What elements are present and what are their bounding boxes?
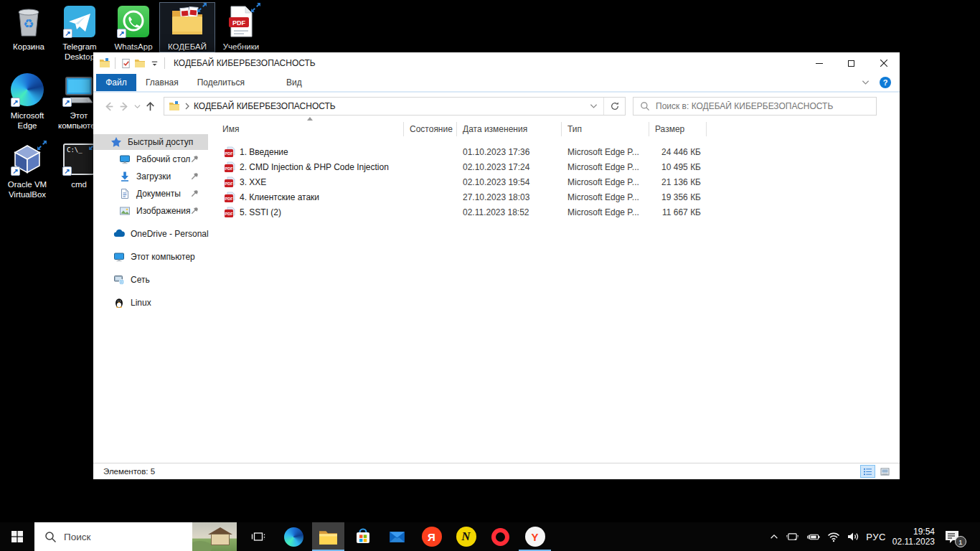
title-bar[interactable]: КОДЕБАЙ КИБЕРБЕЗОПАСНОСТЬ [93,52,900,74]
maximize-button[interactable] [835,52,867,74]
up-button[interactable] [142,98,158,115]
taskbar-search-input[interactable] [64,532,164,542]
recycle-bin-icon: ♻ [11,4,46,39]
column-header-status[interactable]: Состояние [404,122,457,136]
shortcut-arrow-icon: ↗ [62,98,72,107]
desktop-icon-label: Oracle VM VirtualBox [0,179,55,199]
taskbar-opera-button[interactable] [484,522,517,551]
pin-icon[interactable] [190,206,199,215]
tray-display-connect-icon[interactable] [786,532,799,542]
address-bar[interactable]: КОДЕБАЙ КИБЕРБЕЗОПАСНОСТЬ [164,97,626,116]
navigation-pane: Быстрый доступ Рабочий стол Загрузки [93,120,208,463]
file-row[interactable]: PDF 4. Клиентские атаки 27.10.2023 18:03… [208,189,900,204]
sidebar-item-pictures[interactable]: Изображения [93,203,208,219]
pin-icon[interactable] [190,154,199,164]
taskbar-yandex-button[interactable]: Я [415,522,448,551]
sort-ascending-icon [307,117,313,121]
file-name: 2. CMD Injection & PHP Code Injection [240,162,389,172]
tab-view[interactable]: Вид [277,74,311,91]
explorer-search-box[interactable] [633,97,877,116]
column-header-date-modified[interactable]: Дата изменения [457,122,562,136]
desktop-icon-kodebay-folder[interactable]: КОДЕБАЙ [160,3,215,52]
sidebar-item-downloads[interactable]: Загрузки [93,169,208,184]
taskbar-edge-button[interactable] [278,522,310,551]
network-icon [113,274,125,286]
taskbar-mail-button[interactable] [381,522,413,551]
breadcrumb-chevron-icon [185,103,189,110]
svg-text:♻: ♻ [23,17,34,31]
sidebar-item-linux[interactable]: Linux [93,295,208,311]
forward-button[interactable] [116,98,132,115]
details-view-button[interactable] [860,465,875,478]
file-type: Microsoft Edge P... [562,162,649,172]
desktop-icon-virtualbox[interactable]: ↗ Oracle VM VirtualBox [0,141,55,199]
file-row[interactable]: PDF 3. XXE 02.10.2023 19:54 Microsoft Ed… [208,174,900,189]
file-row[interactable]: PDF 1. Введение 01.10.2023 17:36 Microso… [208,144,900,159]
taskbar-search-box[interactable] [34,522,237,551]
address-folder-icon [169,100,180,112]
items-count: Элементов: 5 [103,467,155,476]
tray-wifi-icon[interactable] [827,532,840,542]
file-date: 27.10.2023 18:03 [457,192,562,202]
tab-file[interactable]: Файл [96,74,136,91]
minimize-button[interactable] [803,52,835,74]
sidebar-item-label: Документы [136,189,181,199]
clock[interactable]: 19:54 02.11.2023 [892,527,935,547]
file-row[interactable]: PDF 2. CMD Injection & PHP Code Injectio… [208,159,900,174]
file-name: 3. XXE [240,177,266,187]
sidebar-item-desktop[interactable]: Рабочий стол [93,151,208,167]
explorer-search-input[interactable] [656,101,876,111]
sidebar-item-label: OneDrive - Personal [131,229,209,239]
thumbnails-view-button[interactable] [877,465,892,478]
tray-battery-icon[interactable] [806,532,821,542]
tray-chevron-up-icon[interactable] [769,532,779,542]
address-dropdown-icon[interactable] [590,103,598,109]
tray-volume-icon[interactable] [847,531,859,542]
pin-icon[interactable] [190,189,199,198]
desktop-icon-whatsapp[interactable]: ↗ WhatsApp [106,3,161,52]
sidebar-item-quick-access[interactable]: Быстрый доступ [93,134,208,150]
column-header-size[interactable]: Размер [649,122,707,136]
sidebar-item-documents[interactable]: Документы [93,186,208,202]
compressed-arrows-icon [250,2,261,13]
breadcrumb[interactable]: КОДЕБАЙ КИБЕРБЕЗОПАСНОСТЬ [194,101,336,111]
desktop-icon-uchebniki[interactable]: PDF Учебники [214,3,268,52]
desktop-icon-edge[interactable]: ↗ Microsoft Edge [0,72,55,131]
file-list: Имя Состояние Дата изменения Тип Размер … [208,120,900,463]
sidebar-item-this-pc[interactable]: Этот компьютер [93,249,208,265]
language-indicator[interactable]: РУС [866,532,886,542]
close-button[interactable] [867,52,900,74]
file-size: 10 495 КБ [649,162,707,172]
opera-icon [491,528,509,546]
taskbar-store-button[interactable] [347,522,379,551]
action-center-button[interactable]: 1 [944,529,960,544]
pin-icon[interactable] [190,171,199,181]
qat-customize-button[interactable] [147,56,161,70]
taskbar-explorer-button[interactable] [312,522,344,551]
desktop-icon-label: WhatsApp [106,42,161,52]
pdf-file-icon: PDF [224,161,235,173]
file-date: 02.11.2023 18:52 [457,207,562,217]
start-button[interactable] [0,522,34,551]
desktop-icon-recycle-bin[interactable]: ♻ Корзина [1,3,56,52]
taskbar-yellow-app-button[interactable]: N [450,522,482,551]
tab-home[interactable]: Главная [136,74,188,91]
help-icon[interactable]: ? [880,77,891,88]
task-view-button[interactable] [242,522,274,551]
back-button[interactable] [100,98,116,115]
column-header-name[interactable]: Имя [208,122,404,136]
ribbon-tabs: Файл Главная Поделиться Вид ? [93,74,900,93]
taskbar-yandex-browser-button[interactable]: Y [519,522,551,551]
ribbon-collapse-icon[interactable] [862,80,870,85]
sidebar-item-network[interactable]: Сеть [93,272,208,288]
qat-properties-button[interactable] [118,56,133,70]
divider [164,57,165,69]
column-header-type[interactable]: Тип [562,122,649,136]
pdf-file-icon: PDF [224,176,235,188]
recent-locations-icon[interactable] [132,98,142,115]
sidebar-item-onedrive[interactable]: OneDrive - Personal [93,226,208,242]
refresh-button[interactable] [603,98,625,115]
file-row[interactable]: PDF 5. SSTI (2) 02.11.2023 18:52 Microso… [208,204,900,220]
tab-share[interactable]: Поделиться [188,74,254,91]
qat-new-folder-button[interactable] [133,56,147,70]
